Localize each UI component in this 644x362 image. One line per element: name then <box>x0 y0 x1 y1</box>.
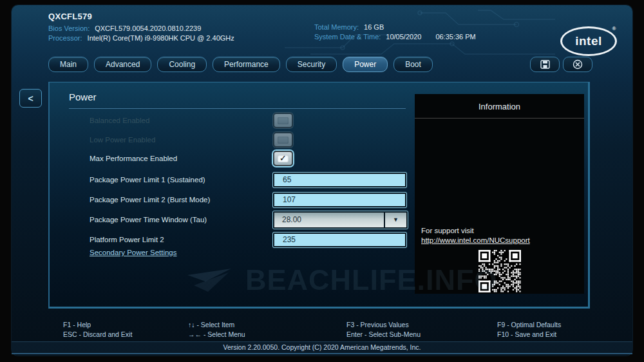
information-title: Information <box>415 94 584 111</box>
save-button[interactable] <box>530 57 560 72</box>
processor-value: Intel(R) Core(TM) i9-9980HK CPU @ 2.40GH… <box>88 34 234 42</box>
package-power-limit-1-input[interactable] <box>273 173 406 187</box>
tab-advanced[interactable]: Advanced <box>94 57 151 72</box>
bios-version-value: QXCFL579.0054.2020.0810.2239 <box>95 24 201 32</box>
hint-f3: F3 - Previous Values <box>346 320 421 330</box>
hint-f1: F1 - Help <box>63 320 132 330</box>
setting-row: Balanced Enabled <box>90 112 233 129</box>
close-icon <box>573 59 583 70</box>
total-memory-value: 16 GB <box>364 23 384 31</box>
hint-f10: F10 - Save and Exit <box>497 330 561 339</box>
setting-row: Max Performance Enabled ✓ <box>90 150 233 167</box>
page-title: Power <box>69 91 97 102</box>
package-power-limit-1-label: Package Power Limit 1 (Sustained) <box>90 176 233 184</box>
setting-row: Package Power Limit 1 (Sustained) <box>90 171 233 188</box>
bios-shell: QXCFL579 Bios Version:QXCFL579.0054.2020… <box>12 5 632 356</box>
date-value: 10/05/2020 <box>386 33 421 41</box>
hint-select-item: ↑↓ - Select Item <box>188 320 245 330</box>
secondary-power-settings-link[interactable]: Secondary Power Settings <box>90 249 177 256</box>
tab-performance[interactable]: Performance <box>213 57 280 72</box>
max-performance-enabled-checkbox[interactable]: ✓ <box>273 151 293 166</box>
time-window-dropdown[interactable]: 28.00 ▼ <box>273 211 408 229</box>
title-divider <box>69 108 406 109</box>
header-left: QXCFL579 Bios Version:QXCFL579.0054.2020… <box>48 12 234 43</box>
time-value: 06:35:36 PM <box>435 33 475 41</box>
information-divider <box>415 118 584 119</box>
checkmark-icon: ✓ <box>279 154 287 162</box>
support-block: For support visit http://www.intel.com/N… <box>421 226 578 292</box>
bios-version-label: Bios Version: <box>48 24 90 32</box>
registered-mark: ® <box>612 26 616 32</box>
setting-row: Low Power Enabled <box>90 131 233 148</box>
package-power-limit-2-input[interactable] <box>273 193 406 207</box>
hint-enter: Enter - Select Sub-Menu <box>346 330 421 339</box>
floppy-save-icon <box>540 60 550 69</box>
total-memory-label: Total Memory: <box>314 23 359 31</box>
datetime-label: System Date & Time: <box>314 33 381 41</box>
back-arrow-icon: < <box>28 93 33 104</box>
hint-select-menu: →← - Select Menu <box>188 330 245 339</box>
balanced-enabled-label: Balanced Enabled <box>90 117 233 124</box>
close-button[interactable] <box>563 57 592 72</box>
low-power-enabled-checkbox[interactable] <box>273 132 293 148</box>
platform-power-limit-2-input[interactable] <box>273 233 406 247</box>
balanced-enabled-checkbox[interactable] <box>273 113 293 128</box>
model-name: QXCFL579 <box>48 12 234 21</box>
tab-bar: Main Advanced Cooling Performance Securi… <box>48 57 433 72</box>
setting-row: Package Power Limit 2 (Burst Mode) <box>90 191 233 208</box>
tab-boot[interactable]: Boot <box>393 57 433 72</box>
max-performance-enabled-label: Max Performance Enabled <box>90 155 233 162</box>
intel-logo: intel ® <box>560 26 617 56</box>
tab-cooling[interactable]: Cooling <box>157 57 207 72</box>
support-link[interactable]: http://www.intel.com/NUCsupport <box>421 236 578 245</box>
paper-plane-icon <box>186 263 236 297</box>
setting-row: Platform Power Limit 2 <box>90 231 233 248</box>
tab-power[interactable]: Power <box>343 57 388 72</box>
platform-power-limit-2-label: Platform Power Limit 2 <box>90 236 233 243</box>
hint-f9: F9 - Optimal Defaults <box>497 320 561 330</box>
window-buttons <box>530 57 592 72</box>
header-right: Total Memory:16 GB System Date & Time:10… <box>314 23 476 42</box>
chevron-down-icon: ▼ <box>393 216 399 223</box>
information-panel: Information For support visit http://www… <box>415 94 584 294</box>
tab-main[interactable]: Main <box>48 57 88 72</box>
back-button[interactable]: < <box>19 89 42 108</box>
version-bar: Version 2.20.0050. Copyright (C) 2020 Am… <box>12 341 632 354</box>
setting-row: Package Power Time Window (Tau) 28.00 ▼ <box>90 211 233 228</box>
tab-security[interactable]: Security <box>286 57 337 72</box>
qr-code <box>478 250 521 292</box>
power-settings-panel: Power Balanced Enabled Low Power Enabled… <box>48 82 590 309</box>
package-power-limit-2-label: Package Power Limit 2 (Burst Mode) <box>90 196 233 204</box>
intel-logo-text: intel <box>575 34 602 48</box>
hint-esc: ESC - Discard and Exit <box>63 330 132 339</box>
support-text: For support visit <box>421 226 578 236</box>
package-power-time-window-label: Package Power Time Window (Tau) <box>90 216 233 224</box>
dropdown-arrow-button[interactable]: ▼ <box>384 213 406 227</box>
processor-label: Processor: <box>48 34 82 42</box>
low-power-enabled-label: Low Power Enabled <box>90 136 233 144</box>
time-window-value: 28.00 <box>274 213 384 227</box>
